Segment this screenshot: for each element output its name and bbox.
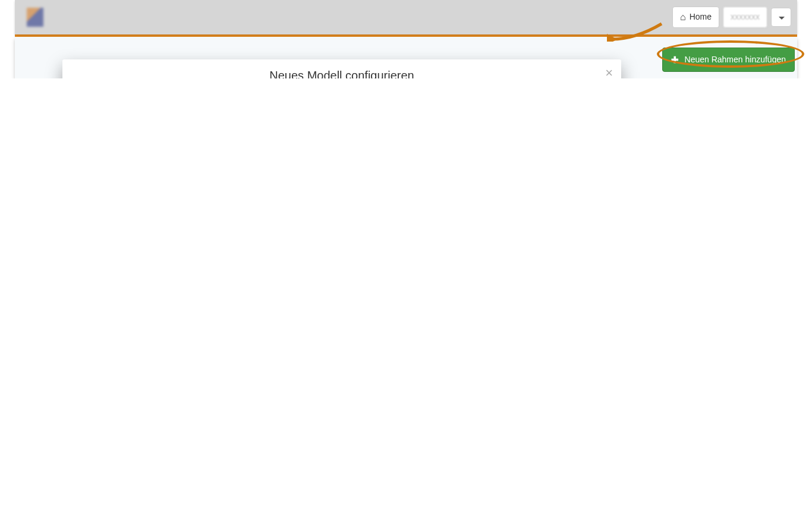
topbar: ⌂ Home xxxxxxx — [15, 0, 797, 34]
plus-icon: ✚ — [671, 53, 679, 66]
user-menu-button[interactable]: xxxxxxx — [723, 7, 767, 28]
home-label: Home — [690, 11, 712, 23]
app-logo — [27, 8, 43, 27]
modal-close-button[interactable]: × — [605, 67, 613, 78]
user-menu-dropdown-toggle[interactable] — [771, 8, 791, 27]
home-icon: ⌂ — [680, 12, 686, 22]
add-frame-button[interactable]: ✚ Neuen Rahmen hinzufügen — [662, 48, 795, 72]
configure-model-modal: Neues Modell configurieren × Name Modell… — [62, 59, 621, 78]
user-menu-label: xxxxxxx — [731, 11, 760, 23]
add-frame-label: Neuen Rahmen hinzufügen — [685, 54, 786, 66]
modal-title: Neues Modell configurieren — [71, 69, 612, 78]
home-button[interactable]: ⌂ Home — [672, 7, 719, 28]
chevron-down-icon — [779, 17, 785, 20]
